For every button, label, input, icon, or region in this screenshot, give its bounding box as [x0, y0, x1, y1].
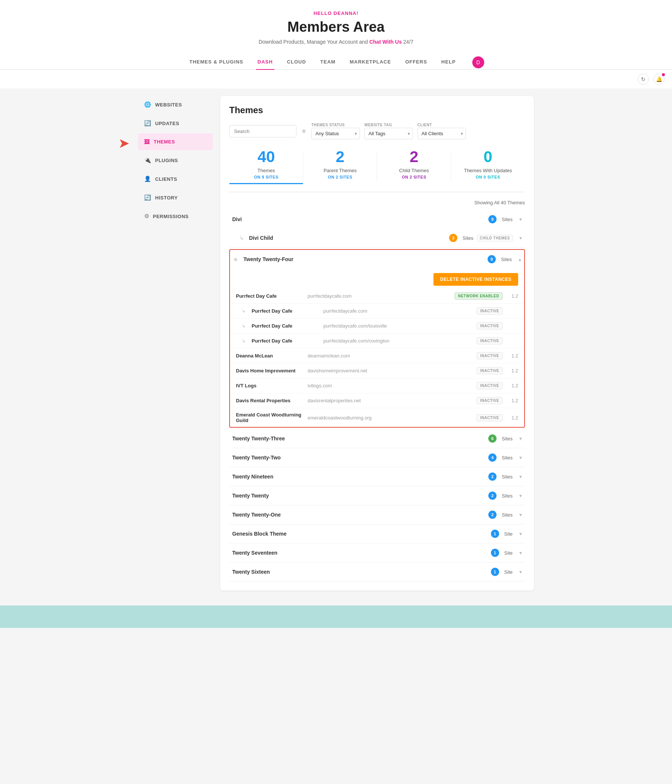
themes-status-filter: THEMES STATUS Any Status: [311, 123, 360, 139]
instance-url-9[interactable]: emeraldcoastwoodturning.org: [307, 415, 472, 421]
instance-url-6[interactable]: davishomeimprovement.net: [307, 368, 472, 373]
theme-star-icon[interactable]: ★: [233, 256, 238, 263]
instance-url-1[interactable]: purrfectdaycafe.com: [307, 293, 450, 299]
instance-badge-8: INACTIVE: [477, 397, 503, 404]
instance-url-5[interactable]: deannamclean.com: [307, 353, 472, 359]
theme-tsx-badge: 1: [491, 568, 499, 576]
tab-cloud[interactable]: CLOUD: [286, 55, 307, 70]
client-filter: CLIENT All Clients: [417, 123, 466, 139]
theme-tt-header[interactable]: Twenty Twenty 2 Sites ▾: [229, 486, 525, 505]
permissions-icon: ⚙: [144, 213, 149, 219]
theme-genesis-header[interactable]: Genesis Block Theme 1 Site ▾: [229, 524, 525, 543]
theme-ttt-header[interactable]: Twenty Twenty-Three 6 Sites ▾: [229, 429, 525, 448]
indent-icon: ↳: [242, 338, 246, 344]
notification-dot: [662, 73, 665, 76]
sidebar-item-themes[interactable]: 🖼 THEMES: [138, 133, 213, 150]
tab-themes-plugins[interactable]: THEMES & PLUGINS: [188, 55, 245, 70]
theme-divi-header[interactable]: Divi 9 Sites ▾: [229, 210, 525, 229]
theme-tse-sites: Site: [504, 550, 512, 556]
tab-help[interactable]: HELP: [440, 55, 457, 70]
instance-badge-7: INACTIVE: [477, 382, 503, 389]
child-indent-icon: ↳: [240, 235, 244, 241]
theme-tse-badge: 1: [491, 549, 499, 557]
search-input[interactable]: [229, 125, 296, 137]
avatar[interactable]: D: [472, 56, 484, 68]
instance-version-7: 1.2: [507, 383, 518, 389]
instance-ivt: IVT Logs ivtlogs.com INACTIVE 1.2: [230, 378, 524, 393]
tab-offers[interactable]: OFFERS: [404, 55, 428, 70]
theme-tse-header[interactable]: Twenty Seventeen 1 Site ▾: [229, 543, 525, 562]
tab-dash[interactable]: DASH: [256, 55, 275, 70]
instance-url-7[interactable]: ivtlogs.com: [307, 383, 472, 389]
delete-inactive-button[interactable]: DELETE INACTIVE INSTANCES: [433, 273, 518, 286]
chevron-down-icon: ▾: [519, 436, 522, 442]
stat-child-label: Child Themes: [377, 168, 451, 173]
theme-tn-header[interactable]: Twenty Nineteen 2 Sites ▾: [229, 467, 525, 486]
stat-updates-number: 0: [451, 148, 525, 165]
theme-ttt-name: Twenty Twenty-Three: [232, 436, 484, 442]
tab-marketplace[interactable]: MARKETPLACE: [348, 55, 393, 70]
stat-themes-sub[interactable]: ON 9 SITES: [229, 175, 303, 179]
theme-ttwo-header[interactable]: Twenty Twenty-Two 4 Sites ▾: [229, 448, 525, 467]
website-tag-select[interactable]: All Tags: [365, 128, 413, 139]
sidebar: ➤ 🌐 WEBSITES 🔄 UPDATES 🖼 THEMES 🔌 PLUGIN…: [138, 96, 213, 591]
chevron-down-icon: ▾: [519, 550, 522, 556]
theme-divi-name: Divi: [232, 216, 484, 222]
theme-row-twenty-twenty-three: Twenty Twenty-Three 6 Sites ▾: [229, 429, 525, 448]
client-select-wrapper: All Clients: [417, 128, 466, 139]
theme-ttf-sites: Sites: [501, 257, 512, 262]
theme-tsx-header[interactable]: Twenty Sixteen 1 Site ▾: [229, 563, 525, 581]
main-layout: ➤ 🌐 WEBSITES 🔄 UPDATES 🖼 THEMES 🔌 PLUGIN…: [131, 89, 541, 598]
stat-parent-number: 2: [303, 148, 377, 165]
theme-ttf-header[interactable]: ★ Twenty Twenty-Four 9 Sites ▴: [230, 250, 524, 269]
client-select[interactable]: All Clients: [417, 128, 466, 139]
instance-badge-5: INACTIVE: [477, 352, 503, 359]
stat-themes-underline: [229, 183, 303, 184]
instance-badge-3: INACTIVE: [477, 322, 503, 330]
sidebar-item-history[interactable]: 🔄 HISTORY: [138, 189, 213, 206]
sidebar-item-websites[interactable]: 🌐 WEBSITES: [138, 96, 213, 113]
themes-status-select[interactable]: Any Status: [311, 128, 360, 139]
sidebar-label-history: HISTORY: [155, 195, 178, 201]
sidebar-item-updates[interactable]: 🔄 UPDATES: [138, 115, 213, 132]
instance-url-3[interactable]: purrfectdaycafe.com/louisville: [323, 323, 472, 329]
stat-parent-sub[interactable]: ON 2 SITES: [303, 175, 377, 179]
instance-name-6: Davis Home Improvement: [236, 368, 303, 373]
themes-list: Divi 9 Sites ▾ ↳ Divi Child 3 Sites CHIL…: [229, 210, 525, 582]
instance-url-4[interactable]: purrfectdaycafe.com/covington: [323, 338, 472, 344]
stat-themes: 40 Themes ON 9 SITES: [229, 148, 303, 184]
theme-tto-name: Twenty Twenty-One: [232, 512, 484, 518]
sidebar-item-plugins[interactable]: 🔌 PLUGINS: [138, 152, 213, 169]
stat-parent-themes: 2 Parent Themes ON 2 SITES: [303, 148, 377, 184]
chevron-down-icon: ▾: [519, 474, 522, 479]
notification-icon[interactable]: 🔔: [653, 73, 664, 85]
red-arrow: ➤: [119, 136, 129, 151]
stat-child-themes: 2 Child Themes ON 2 SITES: [377, 148, 451, 184]
refresh-icon[interactable]: ↻: [638, 73, 649, 85]
theme-row-divi: Divi 9 Sites ▾ ↳ Divi Child 3 Sites CHIL…: [229, 210, 525, 247]
instance-badge-4: INACTIVE: [477, 337, 503, 344]
stats-row: 40 Themes ON 9 SITES 2 Parent Themes ON …: [229, 148, 525, 192]
instance-name-5: Deanna McLean: [236, 353, 303, 359]
instance-url-2[interactable]: purrfectdaycafe.com: [323, 308, 472, 314]
content-title: Themes: [229, 105, 525, 115]
indent-icon: ↳: [242, 324, 246, 329]
theme-divi-child-header[interactable]: ↳ Divi Child 3 Sites CHILD THEMES ▾: [229, 229, 525, 247]
stat-child-sub[interactable]: ON 2 SITES: [377, 175, 451, 179]
stat-parent-label: Parent Themes: [303, 168, 377, 173]
sidebar-item-clients[interactable]: 👤 CLIENTS: [138, 170, 213, 188]
theme-tto-header[interactable]: Twenty Twenty-One 2 Sites ▾: [229, 506, 525, 524]
tab-team[interactable]: TEAM: [319, 55, 337, 70]
star-filter-icon[interactable]: ★: [301, 127, 307, 135]
instance-name-1: Purrfect Day Cafe: [236, 293, 303, 299]
stat-themes-label: Themes: [229, 168, 303, 173]
chat-link[interactable]: Chat With Us: [369, 39, 402, 45]
theme-tto-sites: Sites: [502, 512, 512, 518]
instance-deanna: Deanna McLean deannamclean.com INACTIVE …: [230, 348, 524, 363]
theme-row-twenty-twenty-two: Twenty Twenty-Two 4 Sites ▾: [229, 448, 525, 467]
sidebar-item-permissions[interactable]: ⚙ PERMISSIONS: [138, 208, 213, 225]
theme-tto-badge: 2: [488, 510, 497, 519]
stat-updates-sub[interactable]: ON 0 SITES: [451, 175, 525, 179]
sidebar-label-plugins: PLUGINS: [155, 158, 178, 163]
instance-url-8[interactable]: davisrentalproperties.net: [307, 398, 472, 403]
